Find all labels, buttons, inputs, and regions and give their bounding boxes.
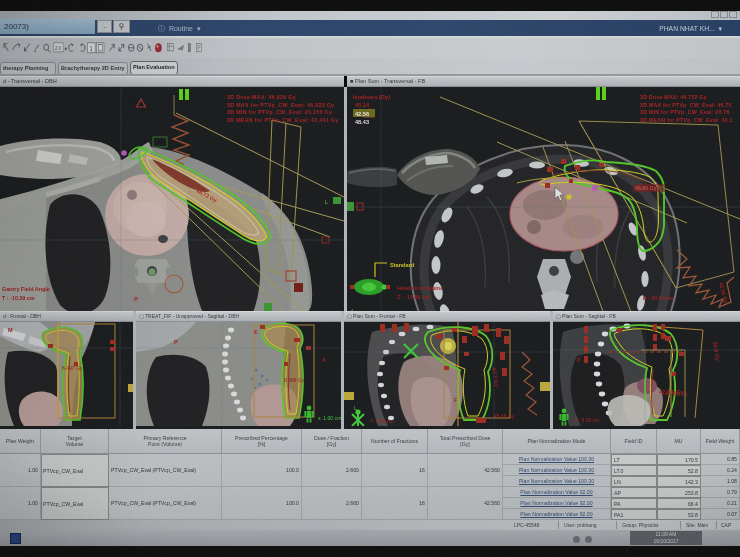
svg-text:45.66 Gy: 45.66 Gy xyxy=(494,413,515,419)
svg-text:▾: ▾ xyxy=(65,45,68,52)
svg-text:E: E xyxy=(254,329,258,335)
svg-text:L: L xyxy=(354,405,357,411)
svg-text:R: 5.08 cm: R: 5.08 cm xyxy=(575,417,599,423)
svg-text:1: 1 xyxy=(90,45,93,52)
svg-text:3D Dose MAX: 46.752 Gy: 3D Dose MAX: 46.752 Gy xyxy=(640,94,707,100)
svg-text:Y: 0.08 cm: Y: 0.08 cm xyxy=(370,418,394,424)
svg-text:s: 1.00 cm: s: 1.00 cm xyxy=(318,415,341,421)
svg-text:A: A xyxy=(322,357,326,363)
svg-text:P: P xyxy=(134,296,138,302)
svg-text:L: L xyxy=(325,199,329,205)
svg-text:P: P xyxy=(577,357,581,363)
svg-text:F: F xyxy=(454,397,457,403)
svg-text:2.0: 2.0 xyxy=(55,45,61,51)
svg-text:Gantry Field Angle: Gantry Field Angle xyxy=(2,286,50,292)
svg-text:3D MAX for PTVp_CW_Eval: 46.75: 3D MAX for PTVp_CW_Eval: 46.75 xyxy=(640,102,732,108)
svg-text:T : -10.39 cm: T : -10.39 cm xyxy=(2,295,35,301)
svg-text:3D MEAN for PTVp_CW_Eval: 43.: 3D MEAN for PTVp_CW_Eval: 43.441 Gy xyxy=(227,117,338,123)
svg-text:48.43: 48.43 xyxy=(355,119,369,125)
svg-text:3D MIN for PTVp_CW_Eval: 20.1: 3D MIN for PTVp_CW_Eval: 20.150 Gy xyxy=(227,109,332,115)
svg-text:46.84 Gy: 46.84 Gy xyxy=(635,185,656,191)
svg-text:Standard: Standard xyxy=(390,262,415,268)
svg-text:Z : -10.39 cm: Z : -10.39 cm xyxy=(397,294,430,300)
svg-text:35.9 Gy: 35.9 Gy xyxy=(712,341,721,362)
svg-text:P: P xyxy=(174,339,178,345)
svg-text:6.488 Gy: 6.488 Gy xyxy=(284,377,305,383)
svg-text:45.14: 45.14 xyxy=(355,102,370,108)
svg-text:Head First-Supine: Head First-Supine xyxy=(397,285,443,291)
svg-text:Isodoses (Gy): Isodoses (Gy) xyxy=(353,94,390,100)
svg-text:6.497 Gy: 6.497 Gy xyxy=(62,365,83,371)
svg-text:3D MEAN for PTVp_CW_Eval: 43.1: 3D MEAN for PTVp_CW_Eval: 43.1 xyxy=(640,117,733,123)
svg-text:47.7 Gy: 47.7 Gy xyxy=(491,367,500,388)
svg-text:M: M xyxy=(8,327,13,333)
svg-text:3D Dose MAX: 46.929 Gy: 3D Dose MAX: 46.929 Gy xyxy=(227,94,296,100)
svg-text:B : 30.09 cm: B : 30.09 cm xyxy=(643,295,674,301)
svg-text:3D MAX for PTVp_CW_Eval: 46.8: 3D MAX for PTVp_CW_Eval: 46.823 Gy xyxy=(227,102,334,108)
svg-text:42.56: 42.56 xyxy=(355,111,369,117)
svg-text:3D MIN for PTVp_CW_Eval: 20.76: 3D MIN for PTVp_CW_Eval: 20.76 xyxy=(640,109,730,115)
